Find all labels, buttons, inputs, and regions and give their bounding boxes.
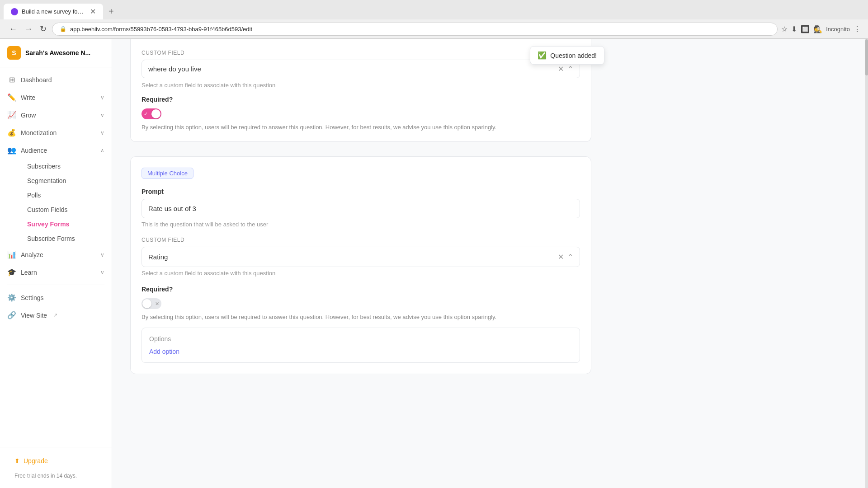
sidebar-item-subscribe-forms[interactable]: Subscribe Forms — [20, 231, 112, 246]
sidebar-item-label: Grow — [21, 112, 36, 119]
close-icon[interactable]: ✕ — [558, 65, 564, 73]
add-option-button[interactable]: Add option — [149, 348, 572, 355]
sidebar: S Sarah's Awesome N... ⊞ Dashboard ✏️ Wr… — [0, 39, 112, 488]
scrollbar[interactable] — [865, 39, 868, 488]
field-actions-2: ✕ ⌃ — [558, 253, 573, 261]
input-actions-1: ✕ ⌃ — [558, 65, 573, 73]
sidebar-item-polls[interactable]: Polls — [20, 188, 112, 202]
browser-chrome: Build a new survey form - Sarah... ✕ + ←… — [0, 0, 868, 39]
check-toggle-icon: ✓ — [144, 111, 148, 117]
external-link-icon: 🔗 — [7, 311, 16, 319]
extension-button[interactable]: 🔲 — [801, 25, 810, 33]
audience-submenu: Subscribers Segmentation Polls Custom Fi… — [0, 159, 112, 246]
incognito-button[interactable]: 🕵 — [813, 25, 822, 33]
sidebar-item-grow[interactable]: 📈 Grow ∨ — [0, 106, 112, 124]
custom-field-row-2: Rating ✕ ⌃ — [142, 247, 580, 267]
analyze-icon: 📊 — [7, 250, 16, 259]
sidebar-item-label: Write — [21, 94, 35, 101]
scroll-thumb[interactable] — [865, 39, 868, 75]
learn-icon: 🎓 — [7, 268, 16, 277]
custom-field-label-2: Custom Field — [142, 237, 580, 243]
forward-button[interactable]: → — [23, 23, 34, 36]
sidebar-item-analyze[interactable]: 📊 Analyze ∨ — [0, 246, 112, 263]
sidebar-brand: S Sarah's Awesome N... — [0, 39, 112, 67]
required-toggle-2[interactable]: ✕ — [142, 298, 580, 309]
sidebar-item-label: Learn — [21, 269, 37, 276]
tab-close-button[interactable]: ✕ — [90, 7, 96, 16]
write-icon: ✏️ — [7, 93, 16, 102]
question-text-1: where do you live — [148, 65, 558, 73]
toast-text: Question added! — [550, 52, 597, 59]
prompt-value: Rate us out of 3 — [148, 205, 196, 212]
close-icon[interactable]: ✕ — [558, 253, 564, 261]
toggle-thumb-1 — [151, 109, 160, 118]
expand-icon[interactable]: ⌃ — [567, 65, 573, 73]
nav-divider — [7, 285, 104, 285]
sidebar-item-survey-forms[interactable]: Survey Forms — [20, 217, 112, 231]
custom-field-value-2: Rating — [148, 253, 558, 261]
address-bar[interactable]: 🔒 app.beehiiv.com/forms/55993b76-0583-47… — [52, 23, 778, 36]
required-label-2: Required? — [142, 286, 580, 293]
sidebar-item-custom-fields[interactable]: Custom Fields — [20, 202, 112, 217]
sidebar-item-view-site[interactable]: 🔗 View Site ↗ — [0, 306, 112, 324]
sidebar-bottom: ⬆ Upgrade Free trial ends in 14 days. — [0, 447, 112, 488]
sidebar-nav: ⊞ Dashboard ✏️ Write ∨ 📈 Grow ∨ 💰 Moneti… — [0, 67, 112, 447]
upgrade-icon: ⬆ — [14, 457, 20, 465]
sidebar-item-segmentation[interactable]: Segmentation — [20, 174, 112, 188]
sidebar-item-label: Analyze — [21, 251, 43, 258]
options-box: Options Add option — [142, 328, 580, 363]
chevron-down-icon: ∨ — [100, 112, 104, 118]
separator — [130, 149, 591, 156]
sidebar-item-label: Settings — [21, 294, 44, 301]
question-card-1: Custom Field where do you live ✕ ⌃ ✅ Que… — [130, 39, 591, 142]
prompt-input[interactable]: Rate us out of 3 — [142, 199, 580, 218]
sidebar-item-subscribers[interactable]: Subscribers — [20, 159, 112, 174]
brand-name: Sarah's Awesome N... — [25, 49, 90, 56]
address-bar-row: ← → ↻ 🔒 app.beehiiv.com/forms/55993b76-0… — [0, 19, 868, 38]
sidebar-item-learn[interactable]: 🎓 Learn ∨ — [0, 263, 112, 281]
reload-button[interactable]: ↻ — [38, 22, 48, 36]
expand-icon[interactable]: ⌃ — [567, 253, 573, 261]
audience-icon: 👥 — [7, 146, 16, 155]
back-button[interactable]: ← — [7, 23, 19, 36]
custom-field-helper-2: Select a custom field to associate with … — [142, 270, 580, 277]
sidebar-item-write[interactable]: ✏️ Write ∨ — [0, 89, 112, 106]
toggle-track-1[interactable]: ✓ — [142, 108, 161, 119]
sidebar-item-dashboard[interactable]: ⊞ Dashboard — [0, 71, 112, 89]
grow-icon: 📈 — [7, 111, 16, 119]
settings-icon: ⚙️ — [7, 293, 16, 302]
brand-initial: S — [12, 49, 16, 56]
sidebar-item-label: Audience — [21, 147, 47, 154]
sidebar-item-audience[interactable]: 👥 Audience ∧ — [0, 141, 112, 159]
required-desc-1: By selecting this option, users will be … — [142, 124, 580, 131]
free-trial-text: Free trial ends in 14 days. — [7, 469, 104, 483]
required-toggle-1[interactable]: ✓ — [142, 108, 580, 119]
question-input-row-1: where do you live ✕ ⌃ — [142, 60, 580, 78]
question-card-2: Multiple Choice Prompt Rate us out of 3 … — [130, 156, 591, 374]
custom-field-label-1: Custom Field — [142, 50, 580, 56]
bookmark-button[interactable]: ☆ — [781, 25, 788, 33]
active-tab[interactable]: Build a new survey form - Sarah... ✕ — [4, 4, 103, 19]
chevron-down-icon: ∨ — [100, 130, 104, 136]
required-desc-2: By selecting this option, users will be … — [142, 314, 580, 320]
app-layout: S Sarah's Awesome N... ⊞ Dashboard ✏️ Wr… — [0, 39, 868, 488]
prompt-label: Prompt — [142, 188, 580, 195]
sidebar-item-monetization[interactable]: 💰 Monetization ∨ — [0, 124, 112, 141]
lock-icon: 🔒 — [60, 26, 66, 32]
brand-avatar: S — [7, 46, 21, 60]
sidebar-item-label: View Site — [21, 312, 47, 319]
dashboard-icon: ⊞ — [7, 75, 16, 84]
upgrade-button[interactable]: ⬆ Upgrade — [7, 453, 104, 469]
incognito-label: Incognito — [826, 26, 850, 33]
toggle-thumb-2 — [142, 299, 151, 308]
sidebar-item-label: Dashboard — [21, 76, 52, 84]
menu-button[interactable]: ⋮ — [854, 25, 861, 33]
download-button[interactable]: ⬇ — [791, 25, 797, 33]
toggle-track-2[interactable]: ✕ — [142, 298, 161, 309]
options-title: Options — [149, 335, 572, 343]
tab-favicon — [11, 8, 18, 15]
sidebar-item-settings[interactable]: ⚙️ Settings — [0, 289, 112, 306]
prompt-helper: This is the question that will be asked … — [142, 221, 580, 228]
chevron-down-icon: ∨ — [100, 94, 104, 101]
new-tab-button[interactable]: + — [105, 5, 118, 19]
